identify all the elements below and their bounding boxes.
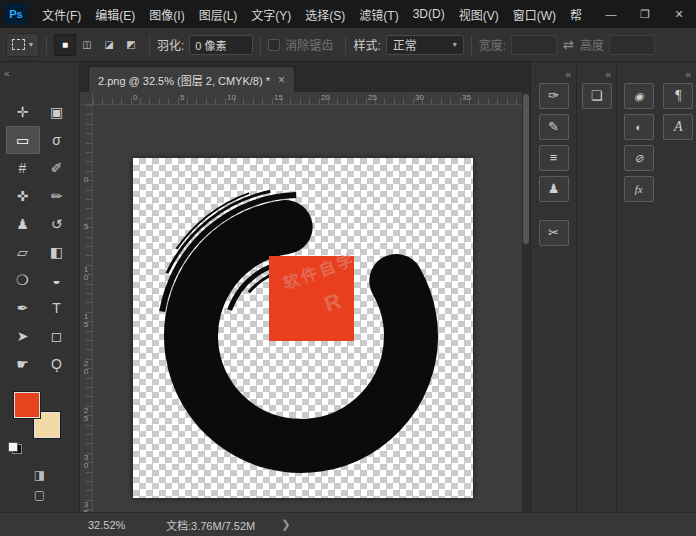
antialias-label: 消除锯齿 xyxy=(285,36,333,53)
eraser-tool[interactable]: ▱ xyxy=(6,238,40,266)
close-tab-icon[interactable]: × xyxy=(278,73,285,87)
collapse-dock-icon[interactable]: « xyxy=(605,69,611,80)
add-to-selection-button[interactable]: ◫ xyxy=(76,34,98,56)
swap-dimensions-icon[interactable]: ⇄ xyxy=(563,37,574,52)
vertical-scrollbar[interactable] xyxy=(522,92,530,512)
pen-tool[interactable]: ✒ xyxy=(6,294,40,322)
brush-presets-panel-icon[interactable]: ✎ xyxy=(539,114,569,140)
minimize-button[interactable]: — xyxy=(594,0,628,28)
zoom-tool[interactable]: Ǫ xyxy=(40,350,74,378)
shape-tool[interactable]: ◻ xyxy=(40,322,74,350)
menu-item[interactable]: 文字(Y) xyxy=(244,0,298,28)
zoom-level-field[interactable]: 32.52% xyxy=(88,519,140,531)
properties-panel-icon[interactable]: ≡ xyxy=(539,145,569,171)
blur-tool[interactable]: ❍ xyxy=(6,266,40,294)
document-tab-title: 2.png @ 32.5% (图层 2, CMYK/8) * xyxy=(98,72,270,88)
collapse-dock-icon[interactable]: « xyxy=(565,69,571,80)
menu-item[interactable]: 编辑(E) xyxy=(88,0,142,28)
tool-preset-dropdown[interactable]: ▾ xyxy=(6,33,39,57)
document-size-info: 文档:3.76M/7.52M xyxy=(166,517,255,533)
ruler-number: 20 xyxy=(82,343,91,390)
window-controls: — ❐ ✕ xyxy=(594,0,696,28)
intersect-selection-button[interactable]: ◩ xyxy=(120,34,142,56)
ruler-number: 5 xyxy=(82,202,91,249)
menu-item[interactable]: 窗口(W) xyxy=(506,0,563,28)
clone-stamp-tool[interactable]: ♟ xyxy=(6,210,40,238)
healing-brush-tool[interactable]: ✜ xyxy=(6,182,40,210)
crop-tool[interactable]: # xyxy=(6,154,40,182)
dock-c-right-icons: ¶A xyxy=(661,78,696,202)
dodge-tool[interactable]: ◒ xyxy=(40,266,74,294)
close-button[interactable]: ✕ xyxy=(662,0,696,28)
styles-panel-icon[interactable]: ⊘ xyxy=(624,145,654,171)
style-label: 样式: xyxy=(353,36,380,53)
ruler-number: 25 xyxy=(82,390,91,437)
brush-tool[interactable]: ✏ xyxy=(40,182,74,210)
default-colors-icon[interactable] xyxy=(8,442,22,454)
menu-item[interactable]: 3D(D) xyxy=(406,0,452,28)
document-tab-bar: 2.png @ 32.5% (图层 2, CMYK/8) * × xyxy=(80,62,530,92)
paragraph-panel-icon[interactable]: ¶ xyxy=(663,83,693,109)
lasso-tool[interactable]: σ xyxy=(40,126,74,154)
move-tool[interactable]: ✛ xyxy=(6,98,40,126)
menu-item[interactable]: 图层(L) xyxy=(192,0,245,28)
subtract-from-selection-button[interactable]: ◪ xyxy=(98,34,120,56)
antialias-checkbox[interactable] xyxy=(268,39,280,51)
path-selection-tool[interactable]: ➤ xyxy=(6,322,40,350)
panel-dock-a: « ✑✎≡♟✂ xyxy=(530,62,576,512)
collapse-toolbar-icon[interactable]: « xyxy=(4,68,10,79)
adjustments-panel-icon[interactable]: ◐ xyxy=(624,114,654,140)
photoshop-logo-icon: Ps xyxy=(5,3,27,25)
dock-header: « xyxy=(617,62,696,78)
eyedropper-tool[interactable]: ✐ xyxy=(40,154,74,182)
status-chevron-icon[interactable]: ❯ xyxy=(281,518,290,531)
gradient-tool[interactable]: ◧ xyxy=(40,238,74,266)
ruler-number: 10 xyxy=(227,92,274,104)
new-selection-button[interactable]: ■ xyxy=(54,34,76,56)
screen-mode-button[interactable]: ▢ xyxy=(34,488,45,502)
menu-item[interactable]: 图像(I) xyxy=(142,0,191,28)
ruler-number: 30 xyxy=(82,437,91,484)
status-bar: 32.52% 文档:3.76M/7.52M ❯ xyxy=(0,512,696,536)
quick-mask-button[interactable]: ◨ xyxy=(34,468,45,482)
tool-panel: « ✛▣▭σ#✐✜✏♟↺▱◧❍◒✒T➤◻☛Ǫ ◨ ▢ xyxy=(0,62,80,512)
restore-button[interactable]: ❐ xyxy=(628,0,662,28)
height-input[interactable] xyxy=(609,35,655,55)
hand-tool[interactable]: ☛ xyxy=(6,350,40,378)
chevron-down-icon: ▾ xyxy=(29,40,33,49)
layers-panel-icon[interactable]: ❏ xyxy=(582,83,612,109)
menu-item[interactable]: 帮 xyxy=(563,0,589,28)
style-dropdown[interactable]: 正常 ▾ xyxy=(386,35,464,55)
foreground-color-swatch[interactable] xyxy=(14,392,40,418)
menu-item[interactable]: 滤镜(T) xyxy=(352,0,405,28)
marquee-icon xyxy=(12,39,25,50)
menu-item[interactable]: 选择(S) xyxy=(298,0,352,28)
rectangular-marquee-tool[interactable]: ▭ xyxy=(6,126,40,154)
history-brush-tool[interactable]: ↺ xyxy=(40,210,74,238)
panel-dock-c: « ◉◐⊘fx ¶A xyxy=(616,62,696,512)
ruler-number: 15 xyxy=(82,296,91,343)
scrollbar-thumb[interactable] xyxy=(523,94,529,244)
cut-panel-icon[interactable]: ✂ xyxy=(539,220,569,246)
height-label: 高度 xyxy=(580,36,604,53)
width-input[interactable] xyxy=(511,35,557,55)
character-styles-panel-icon[interactable]: A xyxy=(663,114,693,140)
divider xyxy=(46,35,47,55)
effects-panel-icon[interactable]: fx xyxy=(624,176,654,202)
color-panel-icon[interactable]: ◉ xyxy=(624,83,654,109)
type-tool[interactable]: T xyxy=(40,294,74,322)
divider xyxy=(260,35,261,55)
canvas-document[interactable]: 软件自学 R xyxy=(133,158,473,498)
menu-list: 文件(F)编辑(E)图像(I)图层(L)文字(Y)选择(S)滤镜(T)3D(D)… xyxy=(35,0,589,28)
ruler-number: 25 xyxy=(368,92,415,104)
feather-label: 羽化: xyxy=(157,36,184,53)
menu-item[interactable]: 文件(F) xyxy=(35,0,88,28)
feather-input[interactable] xyxy=(189,35,253,55)
frame-tool[interactable]: ▣ xyxy=(40,98,74,126)
document-tab[interactable]: 2.png @ 32.5% (图层 2, CMYK/8) * × xyxy=(88,66,295,92)
document-area: 2.png @ 32.5% (图层 2, CMYK/8) * × 0510152… xyxy=(80,62,530,512)
color-swatches xyxy=(14,392,60,438)
brush-settings-panel-icon[interactable]: ✑ xyxy=(539,83,569,109)
menu-item[interactable]: 视图(V) xyxy=(452,0,506,28)
clone-source-panel-icon[interactable]: ♟ xyxy=(539,176,569,202)
